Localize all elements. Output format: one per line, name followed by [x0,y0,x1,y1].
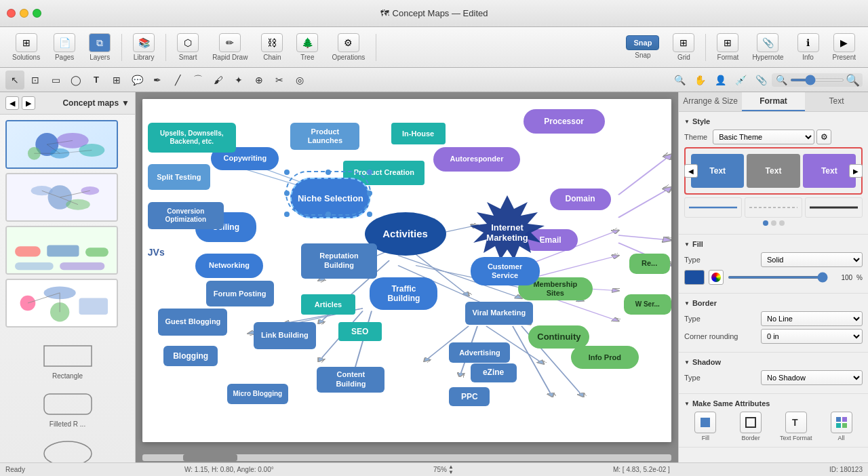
toolbar-group-smart[interactable]: ⬡ Smart [172,33,204,61]
textbox-tool[interactable]: ⊞ [107,71,126,90]
node-advertising[interactable]: Advertising [449,342,510,363]
text-tool[interactable]: T [87,71,106,90]
make-same-text-format-icon[interactable]: T [785,412,807,433]
operations-icon[interactable]: ⚙ [338,33,359,52]
toolbar-group-format[interactable]: ⊞ Format [711,33,744,61]
make-same-border-icon[interactable] [740,412,762,433]
node-micro-blogging[interactable]: Micro Blogging [227,384,288,404]
style-card-3[interactable]: Text [803,154,856,188]
node-conversion-optimization[interactable]: Conversion Optimization [148,202,224,229]
color-picker-button[interactable] [709,270,724,285]
node-split-testing[interactable]: Split Testing [148,164,210,190]
brush-tool[interactable]: 🖌 [209,71,228,90]
style-dot-3[interactable] [779,220,785,226]
node-domain[interactable]: Domain [550,189,611,210]
canvas-area[interactable]: Processor Autoresponder Domain Email Int… [136,92,678,462]
connect-tool[interactable]: ⊕ [250,71,269,90]
callout-tool[interactable]: 💬 [127,71,146,90]
border-header[interactable]: ▼ Border [684,299,863,307]
maximize-button[interactable] [33,9,41,18]
zoom-slider[interactable] [790,79,844,81]
scissors-tool[interactable]: ✂ [270,71,289,90]
toolbar-group-chain[interactable]: ⛓ Chain [256,33,288,61]
snap-button[interactable]: Snap [626,35,659,50]
border-type-select[interactable]: No Line Solid Dashed [761,311,863,326]
style-header[interactable]: ▼ Style [684,117,863,125]
nav-prev[interactable]: ◀ [5,96,19,110]
thumbnail-2[interactable] [3,173,132,222]
attach-tool[interactable]: 📎 [751,71,770,90]
thumbnail-1[interactable] [3,120,132,169]
style-nav-next[interactable]: ▶ [849,164,863,178]
horizontal-scrollbar[interactable] [142,454,671,461]
oval-tool[interactable]: ◯ [66,71,85,90]
fill-type-select[interactable]: Solid Gradient Pattern None [761,252,863,267]
solutions-icon[interactable]: ⊞ [16,33,37,52]
tab-arrange[interactable]: Arrange & Size [679,92,742,111]
shadow-type-select[interactable]: No Shadow Drop Shadow [761,370,863,385]
make-same-all-icon[interactable] [831,412,852,433]
line-preview-1[interactable] [684,197,742,218]
theme-select[interactable]: Basic Theme [713,130,814,144]
theme-gear-button[interactable]: ⚙ [816,130,831,144]
tab-text[interactable]: Text [805,92,868,111]
node-in-house[interactable]: In-House [391,123,446,144]
shape-filleted-r[interactable]: Filleted R ... [5,385,130,433]
toolbar-group-solutions[interactable]: ⊞ Solutions [7,33,45,61]
chain-icon[interactable]: ⛓ [261,33,283,52]
node-re-partial[interactable]: Re... [629,254,670,274]
node-reputation-building[interactable]: Reputation Building [301,243,377,279]
node-jvs[interactable]: JVs [148,247,165,258]
layers-icon[interactable]: ⧉ [89,33,111,52]
node-content-building[interactable]: Content Building [317,367,384,393]
panel-title[interactable]: Concept maps ▼ [62,98,130,108]
make-same-border[interactable]: Border [730,412,772,441]
corner-rounding-select[interactable]: 0 in 0.1 in 0.2 in [761,329,863,344]
hypernote-icon[interactable]: 📎 [757,33,778,52]
shadow-header[interactable]: ▼ Shadow [684,358,863,366]
node-continuity[interactable]: Continuity [528,325,589,349]
info-icon[interactable]: ℹ [797,33,819,52]
grid-icon[interactable]: ⊞ [673,33,694,52]
arc-tool[interactable]: ⌒ [189,71,208,90]
library-icon[interactable]: 📚 [133,33,155,52]
zoom-out-icon[interactable]: 🔍 [670,71,689,90]
node-forum-posting[interactable]: Forum Posting [206,281,274,306]
style-card-2[interactable]: Text [747,154,800,188]
shape-rectangle[interactable]: Rectangle [5,337,130,385]
shape-oval[interactable]: Oval [5,433,130,462]
select-rect-tool[interactable]: ⊡ [26,71,45,90]
node-link-building[interactable]: Link Building [254,322,316,349]
node-guest-blogging[interactable]: Guest Blogging [158,309,227,336]
canvas[interactable]: Processor Autoresponder Domain Email Int… [142,99,671,442]
line-tool[interactable]: ╱ [168,71,187,90]
hand-tool[interactable]: ✋ [690,71,709,90]
opacity-slider[interactable] [728,276,828,279]
node-viral-marketing[interactable]: Viral Marketing [465,302,533,325]
zoom-arrows[interactable]: ▲ ▼ [448,464,454,475]
smart-pen-tool[interactable]: ✦ [229,71,248,90]
zoom-down-arrow[interactable]: ▼ [448,470,454,475]
zoom-plus[interactable]: 🔍 [846,73,859,86]
tab-format[interactable]: Format [742,92,805,111]
pages-icon[interactable]: 📄 [54,33,75,52]
tree-icon[interactable]: 🌲 [296,33,318,52]
smart-icon[interactable]: ⬡ [177,33,199,52]
node-w-ser-partial[interactable]: W Ser... [624,294,671,315]
make-same-all[interactable]: All [820,412,863,441]
toolbar-group-hypernote[interactable]: 📎 Hypernote [747,33,789,61]
select-tool[interactable]: ↖ [5,71,24,90]
action-tool[interactable]: ◎ [290,71,309,90]
style-card-1[interactable]: Text [691,154,744,188]
node-autoresponder[interactable]: Autoresponder [433,147,520,172]
toolbar-group-pages[interactable]: 📄 Pages [48,33,81,61]
toolbar-group-operations[interactable]: ⚙ Operations [326,33,370,61]
toolbar-group-library[interactable]: 📚 Library [127,33,160,61]
rectangle-tool[interactable]: ▭ [46,71,65,90]
pen-tool[interactable]: ✒ [148,71,167,90]
fill-header[interactable]: ▼ Fill [684,240,863,248]
node-networking[interactable]: Networking [195,254,263,278]
node-traffic-building[interactable]: Traffic Building [370,277,437,310]
minimize-button[interactable] [20,9,28,18]
make-same-fill-icon[interactable] [694,412,716,433]
